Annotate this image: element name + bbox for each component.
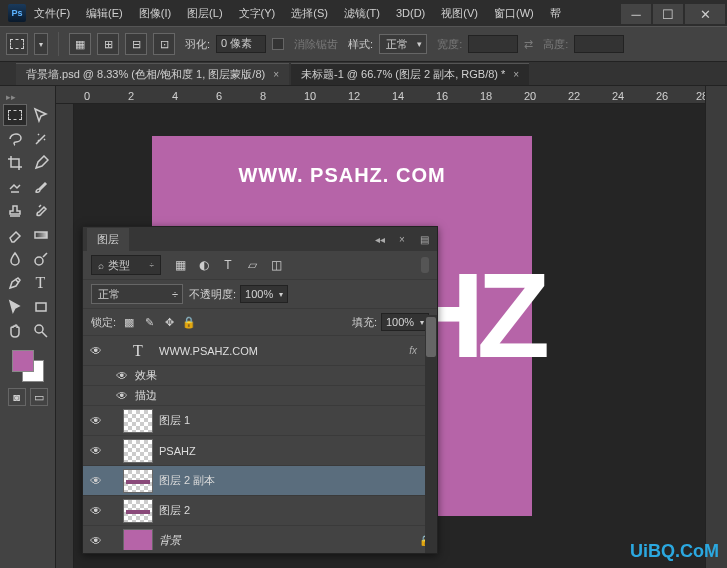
screenmode-icon[interactable]: ▭ [30,388,48,406]
panel-tab-layers[interactable]: 图层 [87,228,129,251]
pen-tool[interactable] [3,272,27,294]
maximize-button[interactable]: ☐ [653,4,683,24]
path-select-tool[interactable] [3,296,27,318]
menu-select[interactable]: 选择(S) [283,2,336,25]
wand-tool[interactable] [29,128,53,150]
layer-row[interactable]: 👁 T WWW.PSAHZ.COM fx▴ [83,336,437,366]
marquee-tool[interactable] [3,104,27,126]
filter-adjust-icon[interactable]: ◐ [197,258,211,272]
filter-toggle[interactable] [421,257,429,273]
panel-collapse-icon[interactable]: ◂◂ [371,234,389,245]
menu-image[interactable]: 图像(I) [131,2,179,25]
fill-input[interactable]: 100%▾ [381,313,429,331]
lock-transparent-icon[interactable]: ▩ [122,315,136,329]
layer-name[interactable]: 图层 2 [159,503,190,518]
color-swatches[interactable] [12,350,44,382]
type-tool[interactable]: T [29,272,53,294]
menu-edit[interactable]: 编辑(E) [78,2,131,25]
filter-smart-icon[interactable]: ◫ [269,258,283,272]
minimize-button[interactable]: ─ [621,4,651,24]
layer-name[interactable]: 图层 1 [159,413,190,428]
layer-row[interactable]: 👁 背景 🔒 [83,526,437,550]
opacity-input[interactable]: 100%▾ [240,285,288,303]
visibility-icon[interactable]: 👁 [89,344,103,358]
eraser-tool[interactable] [3,224,27,246]
layer-row[interactable]: 👁 图层 2 副本 [83,466,437,496]
feather-input[interactable]: 0 像素 [216,35,266,53]
shape-tool[interactable] [29,296,53,318]
style-select[interactable]: 正常 [379,34,427,54]
layers-scrollbar[interactable] [425,315,437,553]
lock-all-icon[interactable]: 🔒 [182,315,196,329]
crop-tool[interactable] [3,152,27,174]
layer-row[interactable]: 👁 图层 2 [83,496,437,526]
zoom-tool[interactable] [29,320,53,342]
filter-pixel-icon[interactable]: ▦ [173,258,187,272]
selection-new-icon[interactable]: ▦ [69,33,91,55]
tab-close-icon[interactable]: × [513,69,519,80]
move-tool[interactable] [29,104,53,126]
layer-effect-row[interactable]: 👁 效果 [83,366,437,386]
history-brush-tool[interactable] [29,200,53,222]
layer-name[interactable]: PSAHZ [159,445,196,457]
lock-position-icon[interactable]: ✥ [162,315,176,329]
heal-tool[interactable] [3,176,27,198]
visibility-icon[interactable]: 👁 [89,534,103,548]
tool-preset-icon[interactable] [6,33,28,55]
close-button[interactable]: ✕ [685,4,725,24]
quickmask-icon[interactable]: ◙ [8,388,26,406]
layer-thumbnail[interactable] [123,439,153,463]
foreground-color[interactable] [12,350,34,372]
menu-type[interactable]: 文字(Y) [231,2,284,25]
selection-subtract-icon[interactable]: ⊟ [125,33,147,55]
visibility-icon[interactable]: 👁 [115,389,129,403]
panel-menu-icon[interactable]: ▤ [415,234,433,245]
layer-name[interactable]: WWW.PSAHZ.COM [159,345,258,357]
selection-add-icon[interactable]: ⊞ [97,33,119,55]
selection-intersect-icon[interactable]: ⊡ [153,33,175,55]
right-dock[interactable] [705,86,727,568]
layer-thumbnail[interactable] [123,469,153,493]
layer-thumbnail[interactable] [123,409,153,433]
lasso-tool[interactable] [3,128,27,150]
antialias-checkbox[interactable] [272,38,284,50]
stamp-tool[interactable] [3,200,27,222]
menu-file[interactable]: 文件(F) [26,2,78,25]
menu-view[interactable]: 视图(V) [433,2,486,25]
menu-help[interactable]: 帮 [542,2,569,25]
layer-effect-row[interactable]: 👁 描边 [83,386,437,406]
dodge-tool[interactable] [29,248,53,270]
filter-type-icon[interactable]: T [221,258,235,272]
layer-name[interactable]: 背景 [159,533,181,548]
visibility-icon[interactable]: 👁 [89,504,103,518]
menu-layer[interactable]: 图层(L) [179,2,230,25]
brush-tool[interactable] [29,176,53,198]
gradient-tool[interactable] [29,224,53,246]
visibility-icon[interactable]: 👁 [89,414,103,428]
tool-preset-dropdown[interactable]: ▾ [34,33,48,55]
layer-name[interactable]: 图层 2 副本 [159,473,215,488]
layer-thumbnail[interactable] [123,529,153,551]
eyedropper-tool[interactable] [29,152,53,174]
fx-badge[interactable]: fx [409,345,417,356]
menu-3d[interactable]: 3D(D) [388,3,433,23]
visibility-icon[interactable]: 👁 [89,474,103,488]
blur-tool[interactable] [3,248,27,270]
lock-paint-icon[interactable]: ✎ [142,315,156,329]
document-tab-2[interactable]: 未标题-1 @ 66.7% (图层 2 副本, RGB/8) * × [291,63,529,85]
menu-filter[interactable]: 滤镜(T) [336,2,388,25]
layer-thumbnail[interactable] [123,499,153,523]
blend-mode-select[interactable]: 正常 [91,284,183,304]
panel-close-icon[interactable]: × [393,234,411,245]
layer-row[interactable]: 👁 图层 1 [83,406,437,436]
filter-shape-icon[interactable]: ▱ [245,258,259,272]
document-tab-1[interactable]: 背景墙.psd @ 8.33% (色相/饱和度 1, 图层蒙版/8) × [16,63,289,85]
layer-filter-type[interactable]: ⌕类型÷ [91,255,161,275]
panel-header[interactable]: 图层 ◂◂ × ▤ [83,227,437,251]
visibility-icon[interactable]: 👁 [89,444,103,458]
layer-row[interactable]: 👁 PSAHZ [83,436,437,466]
menu-window[interactable]: 窗口(W) [486,2,542,25]
hand-tool[interactable] [3,320,27,342]
visibility-icon[interactable]: 👁 [115,369,129,383]
tab-close-icon[interactable]: × [273,69,279,80]
